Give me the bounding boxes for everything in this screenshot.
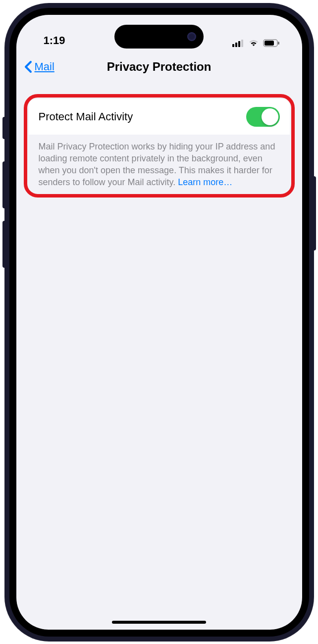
page-title: Privacy Protection	[16, 60, 302, 74]
highlight-annotation: Protect Mail Activity Mail Privacy Prote…	[24, 94, 295, 198]
svg-rect-0	[232, 44, 234, 47]
description-text: Mail Privacy Protection works by hiding …	[39, 142, 275, 188]
power-button	[312, 176, 316, 250]
learn-more-link[interactable]: Learn more…	[178, 177, 232, 187]
svg-rect-1	[235, 43, 237, 47]
svg-rect-6	[278, 42, 279, 45]
protect-mail-label: Protect Mail Activity	[39, 110, 133, 123]
phone-body: 1:19	[9, 8, 309, 637]
battery-icon	[263, 39, 280, 47]
protect-mail-row[interactable]: Protect Mail Activity	[29, 99, 290, 135]
back-label: Mail	[35, 60, 54, 73]
status-icons	[232, 39, 280, 47]
cellular-signal-icon	[232, 39, 244, 47]
content-area: Protect Mail Activity Mail Privacy Prote…	[16, 84, 302, 207]
setting-description: Mail Privacy Protection works by hiding …	[29, 135, 290, 193]
volume-up-button	[2, 161, 6, 208]
toggle-knob	[262, 108, 278, 125]
svg-rect-2	[238, 41, 240, 47]
volume-down-button	[2, 221, 6, 268]
svg-rect-5	[265, 41, 274, 46]
back-button[interactable]: Mail	[24, 60, 54, 74]
screen: 1:19	[16, 15, 302, 630]
front-camera	[187, 32, 196, 41]
silence-switch	[2, 117, 6, 139]
phone-frame: 1:19	[4, 3, 314, 642]
dynamic-island	[114, 25, 204, 49]
home-indicator[interactable]	[112, 621, 206, 624]
navigation-bar: Mail Privacy Protection	[16, 50, 302, 84]
chevron-left-icon	[24, 60, 34, 74]
protect-mail-toggle[interactable]	[246, 107, 280, 127]
svg-rect-3	[241, 40, 243, 47]
wifi-icon	[248, 39, 259, 47]
status-time: 1:19	[44, 34, 65, 47]
